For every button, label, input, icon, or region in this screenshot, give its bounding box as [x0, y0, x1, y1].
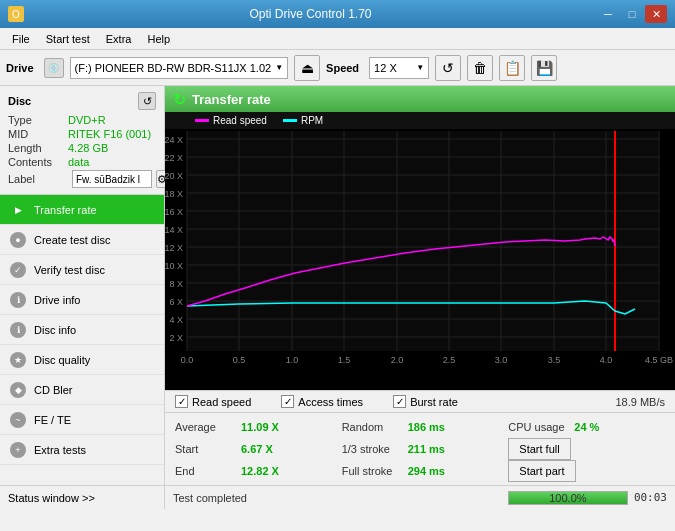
stat-cpu-label: CPU usage	[508, 421, 568, 433]
verify-test-disc-icon: ✓	[10, 262, 26, 278]
sidebar-item-disc-quality[interactable]: ★ Disc quality	[0, 345, 164, 375]
window-controls: ─ □ ✕	[597, 5, 667, 23]
svg-text:2.5: 2.5	[443, 355, 456, 365]
sidebar-item-cd-bler[interactable]: ◆ CD Bler	[0, 375, 164, 405]
disc-erase-button[interactable]: 🗑	[467, 55, 493, 81]
checkbox-read-speed[interactable]: ✓ Read speed	[175, 395, 251, 408]
menu-help[interactable]: Help	[139, 31, 178, 47]
stat-start-value: 6.67 X	[241, 443, 273, 455]
speed-label: Speed	[326, 62, 359, 74]
stat-start-full-row: Start full	[508, 439, 665, 459]
stat-random-row: Random 186 ms	[342, 417, 499, 437]
svg-text:24 X: 24 X	[165, 135, 183, 145]
drive-dropdown[interactable]: (F:) PIONEER BD-RW BDR-S11JX 1.02 ▼	[70, 57, 289, 79]
start-part-button[interactable]: Start part	[508, 460, 575, 482]
progress-bar: 100.0%	[508, 491, 628, 505]
refresh-speed-button[interactable]: ↺	[435, 55, 461, 81]
copy-button[interactable]: 📋	[499, 55, 525, 81]
sidebar-item-drive-info[interactable]: ℹ Drive info	[0, 285, 164, 315]
svg-text:4.0: 4.0	[600, 355, 613, 365]
close-button[interactable]: ✕	[645, 5, 667, 23]
rpm-color	[283, 119, 297, 122]
svg-text:0.5: 0.5	[233, 355, 246, 365]
menu-start-test[interactable]: Start test	[38, 31, 98, 47]
legend-read-speed-label: Read speed	[213, 115, 267, 126]
stat-end-label: End	[175, 465, 235, 477]
sidebar-item-label-create-test-disc: Create test disc	[34, 234, 110, 246]
read-speed-checkbox-label: Read speed	[192, 396, 251, 408]
disc-info-icon: ℹ	[10, 322, 26, 338]
burst-rate-checkbox[interactable]: ✓	[393, 395, 406, 408]
drive-label: Drive	[6, 62, 34, 74]
legend-read-speed: Read speed	[195, 115, 267, 126]
stat-full-stroke-row: Full stroke 294 ms	[342, 461, 499, 481]
sidebar-item-label-extra-tests: Extra tests	[34, 444, 86, 456]
svg-text:22 X: 22 X	[165, 153, 183, 163]
svg-text:12 X: 12 X	[165, 243, 183, 253]
dropdown-arrow: ▼	[275, 63, 283, 72]
stat-cpu-value: 24 %	[574, 421, 599, 433]
sidebar-item-fe-te[interactable]: ~ FE / TE	[0, 405, 164, 435]
main-content: Disc ↺ Type DVD+R MID RITEK F16 (001) Le…	[0, 86, 675, 485]
access-times-checkbox[interactable]: ✓	[281, 395, 294, 408]
minimize-button[interactable]: ─	[597, 5, 619, 23]
chart-svg: 24 X 22 X 20 X 18 X 16 X 14 X 12 X 10 X …	[165, 131, 675, 376]
sidebar-item-transfer-rate[interactable]: ▶ Transfer rate	[0, 195, 164, 225]
stat-cpu-row: CPU usage 24 %	[508, 417, 665, 437]
drive-icon: 💿	[44, 58, 64, 78]
stat-end-value: 12.82 X	[241, 465, 279, 477]
svg-text:0.0: 0.0	[181, 355, 194, 365]
svg-text:6 X: 6 X	[169, 297, 183, 307]
disc-length-value: 4.28 GB	[68, 142, 108, 154]
disc-refresh-button[interactable]: ↺	[138, 92, 156, 110]
disc-contents-label: Contents	[8, 156, 68, 168]
sidebar: Disc ↺ Type DVD+R MID RITEK F16 (001) Le…	[0, 86, 165, 485]
stat-full-stroke-value: 294 ms	[408, 465, 445, 477]
sidebar-item-verify-test-disc[interactable]: ✓ Verify test disc	[0, 255, 164, 285]
chart-header-icon: ↻	[173, 90, 186, 109]
sidebar-item-extra-tests[interactable]: + Extra tests	[0, 435, 164, 465]
stat-1-3-stroke-value: 211 ms	[408, 443, 445, 455]
eject-button[interactable]: ⏏	[294, 55, 320, 81]
read-speed-color	[195, 119, 209, 122]
sidebar-item-disc-info[interactable]: ℹ Disc info	[0, 315, 164, 345]
disc-mid-value: RITEK F16 (001)	[68, 128, 151, 140]
status-bar: Status window >> Test completed 100.0% 0…	[0, 485, 675, 509]
burst-rate-checkbox-label: Burst rate	[410, 396, 458, 408]
access-times-checkbox-label: Access times	[298, 396, 363, 408]
svg-text:4.5 GB: 4.5 GB	[645, 355, 673, 365]
disc-contents-value: data	[68, 156, 89, 168]
menu-extra[interactable]: Extra	[98, 31, 140, 47]
stat-random-value: 186 ms	[408, 421, 445, 433]
fe-te-icon: ~	[10, 412, 26, 428]
checkbox-burst-rate[interactable]: ✓ Burst rate	[393, 395, 458, 408]
cd-bler-icon: ◆	[10, 382, 26, 398]
nav-items: ▶ Transfer rate ● Create test disc ✓ Ver…	[0, 195, 164, 485]
svg-text:1.0: 1.0	[286, 355, 299, 365]
sidebar-item-create-test-disc[interactable]: ● Create test disc	[0, 225, 164, 255]
transfer-rate-icon: ▶	[10, 202, 26, 218]
maximize-button[interactable]: □	[621, 5, 643, 23]
speed-dropdown[interactable]: 12 X ▼	[369, 57, 429, 79]
read-speed-checkbox[interactable]: ✓	[175, 395, 188, 408]
stats-area: Average 11.09 X Random 186 ms CPU usage …	[165, 412, 675, 485]
stat-end-row: End 12.82 X	[175, 461, 332, 481]
checkbox-access-times[interactable]: ✓ Access times	[281, 395, 363, 408]
disc-label-input[interactable]	[72, 170, 152, 188]
stat-1-3-stroke-row: 1/3 stroke 211 ms	[342, 439, 499, 459]
svg-text:2.0: 2.0	[391, 355, 404, 365]
extra-tests-icon: +	[10, 442, 26, 458]
status-window-button[interactable]: Status window >>	[0, 486, 165, 509]
chart-legend: Read speed RPM	[165, 112, 675, 129]
svg-text:10 X: 10 X	[165, 261, 183, 271]
svg-text:20 X: 20 X	[165, 171, 183, 181]
sidebar-item-label-verify-test-disc: Verify test disc	[34, 264, 105, 276]
svg-text:1.5: 1.5	[338, 355, 351, 365]
menu-file[interactable]: File	[4, 31, 38, 47]
save-button[interactable]: 💾	[531, 55, 557, 81]
legend-rpm: RPM	[283, 115, 323, 126]
stat-average-value: 11.09 X	[241, 421, 279, 433]
chart-header: ↻ Transfer rate	[165, 86, 675, 112]
stat-start-label: Start	[175, 443, 235, 455]
start-full-button[interactable]: Start full	[508, 438, 570, 460]
